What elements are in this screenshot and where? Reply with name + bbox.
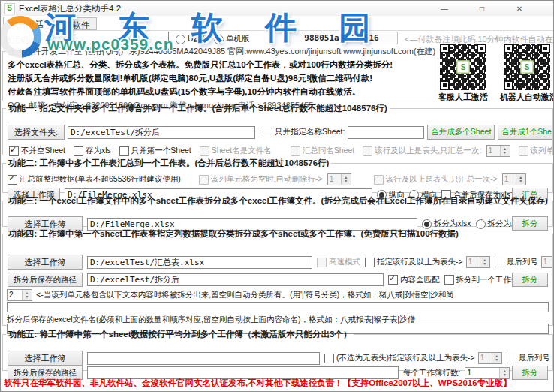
spinner-arrows-icon[interactable] [516, 174, 525, 185]
tab-software-activation[interactable]: 软件激活 [3, 17, 51, 31]
spinner-arrows-icon[interactable] [492, 353, 501, 363]
radio-circle-icon [214, 35, 224, 44]
spinner-value: 2 [8, 290, 22, 300]
func5-group: 功能五: 将工作簿中第一个sheet数据按行平均分到多个工作簿（未激活版本只能分… [2, 329, 553, 371]
func1-save-as-xls-label: 存为xls [86, 146, 111, 156]
func2-legend: 功能二: 工作簿中多个工作表汇总到一个工作表。(合并后总行数不能超过104857… [6, 158, 331, 169]
func2-header-once-checkbox[interactable]: 该行及以上是表头,只汇总一次-> [374, 174, 498, 185]
app-icon: S [4, 3, 15, 14]
func5-rows-per-workbook-label: 每个工作簿行数: [403, 368, 460, 378]
func1-merge-to-one-sheet-button[interactable]: 合并成1个Sheet [498, 125, 552, 140]
func4-save-path-input[interactable] [87, 273, 384, 286]
func1-named-sheet-input[interactable] [348, 126, 424, 139]
spinner-value: 1 [465, 368, 499, 378]
func1-sheet-name-is-filename-label: Sheet名是文件名 [212, 146, 272, 156]
func2-tidy-data-checkbox[interactable]: 汇总前整理数据(单表不超65536行时建议使用) [8, 174, 181, 185]
func1-delete-empty-row-checkbox[interactable]: 该列单元格为空时,自动删除行: [519, 146, 553, 156]
func1-legend: 功能一: 指定文件夹中多个工作簿合并到一个工作簿。(合并后单个Sheet总行数不… [6, 103, 390, 114]
spinner-arrows-icon[interactable] [480, 257, 489, 267]
func4-keywords-input[interactable] [7, 302, 549, 312]
func1-header-rows-spinner[interactable]: 1 [486, 145, 510, 157]
func1-merge-to-multi-sheet-button[interactable]: 合并成多个Sheet [427, 125, 495, 140]
qr-code-area: S 客服人工激活 S 机器人自动激活 [436, 44, 554, 103]
checkbox-icon [365, 258, 375, 267]
func3-split-xlsx-radio[interactable]: 拆分为xlsx [422, 219, 471, 229]
checkbox-icon [324, 354, 334, 363]
func5-last-col-checkbox[interactable]: 最后列号 [507, 353, 550, 363]
func4-last-col-checkbox[interactable]: 最后列号 [495, 257, 538, 267]
func4-header-rows-spinner[interactable]: 1 [466, 256, 490, 268]
func5-select-workbook-button[interactable]: 选择工作簿 [8, 351, 83, 366]
spinner-value: 1 [542, 257, 552, 267]
spinner-arrows-icon[interactable] [499, 368, 509, 378]
func1-only-named-sheet-checkbox[interactable]: 只并指定名称Sheet: [263, 127, 345, 137]
spinner-arrows-icon[interactable] [500, 146, 510, 156]
func4-fast-mode-checkbox[interactable]: 高速模式 [317, 257, 360, 267]
func4-header-rows-checkbox[interactable]: 指定该行及以上为表头-> [365, 257, 463, 267]
func1-header-once-label: 该行及以上是表头,只汇总一次: [375, 146, 481, 156]
func2-header-rows-spinner[interactable]: 1 [502, 173, 526, 185]
spinner-arrows-icon[interactable] [22, 290, 32, 300]
machine-code-field[interactable]: 988051a8add5516 [285, 32, 398, 44]
qr-finder-pattern [504, 80, 513, 90]
func5-workbook-path-input[interactable] [87, 352, 320, 365]
usb-version-radio[interactable]: U盘版 [176, 34, 209, 44]
func3-legend: 功能三: 一个excel工作簿文件中的多个sheet工作表拆分成多个excel工… [6, 195, 550, 207]
tab-company-software[interactable]: 金浚软件 [49, 17, 97, 30]
info-line-2: 注册版无合并或拆分数量限制!单机版(绑定电脑)80元,U盘版(绑定自备U盘)98… [8, 73, 433, 84]
minimize-button[interactable]: — [431, 1, 458, 16]
func4-save-path-button[interactable]: 拆分后保存的路径 [8, 273, 83, 287]
info-line-1: 多个excel表格汇总、分类、拆分成多个表格。免费版只汇总10个工作表，或对10… [8, 59, 433, 71]
checkbox-icon [119, 146, 129, 156]
func4-full-match-label: 内容全匹配 [400, 275, 440, 285]
checkbox-icon [8, 175, 17, 185]
func1-first-sheet-only-checkbox[interactable]: 只并第一个Sheet [119, 146, 191, 156]
spinner-arrows-icon[interactable] [341, 174, 351, 185]
func5-header-rows-label: (不选为无表头)指定该行及以上为表头-> [336, 353, 475, 363]
func1-folder-path-input[interactable] [68, 126, 255, 139]
func4-last-col-spinner[interactable]: 1 [541, 256, 552, 268]
spinner-value: 1 [328, 174, 341, 185]
qr-customer-service-cell: S 客服人工激活 [436, 44, 490, 103]
func4-legend: 功能四: 工作簿中第一个sheet工作表将指定列数据提取分类拆分成多个sheet… [6, 228, 461, 240]
func5-legend: 功能五: 将工作簿中第一个sheet数据按行平均分到多个工作簿（未激活版本只能分… [6, 329, 354, 340]
func4-full-match-checkbox[interactable]: 内容全匹配 [388, 275, 440, 285]
func4-workbook-path-input[interactable] [87, 256, 312, 269]
qr-finder-pattern [440, 44, 450, 53]
func4-split-button[interactable]: 拆分 [512, 273, 548, 287]
checkbox-icon [199, 175, 209, 185]
func1-header-once-checkbox[interactable]: 该行及以上是表头,只汇总一次: [363, 146, 481, 156]
func3-group: 功能三: 一个excel工作簿文件中的多个sheet工作表拆分成多个excel工… [2, 195, 553, 227]
func5-header-rows-spinner[interactable]: 1 [478, 352, 502, 364]
checkbox-icon [507, 354, 516, 363]
close-icon: ✕ [516, 5, 522, 13]
maximize-icon: □ [480, 5, 484, 13]
func2-delete-col-spinner[interactable]: 1 [327, 173, 351, 185]
func2-delete-empty-row-label: 该列单元格为空时,自动删除行-> [211, 174, 323, 185]
close-button[interactable]: ✕ [506, 1, 533, 16]
func1-first-sheet-only-label: 只并第一个Sheet [131, 146, 191, 156]
checkbox-icon [444, 275, 454, 285]
func1-sheet-name-is-filename-checkbox[interactable]: Sheet名是文件名 [200, 146, 272, 156]
func1-merge-same-name-sheet-checkbox[interactable]: 汇总同名Sheet [291, 146, 354, 156]
func1-select-folder-button[interactable]: 选择文件夹: [8, 125, 65, 140]
standalone-version-radio[interactable]: 单机版 [214, 34, 250, 44]
tab-strip-divider [1, 30, 553, 31]
func2-delete-empty-row-checkbox[interactable]: 该列单元格为空时,自动删除行-> [199, 174, 323, 185]
qr-code-robot-image: S [504, 44, 550, 90]
func2-header-once-label: 该行及以上是表头,只汇总一次-> [386, 174, 498, 185]
minimize-icon: — [441, 5, 448, 13]
func4-split-column-spinner[interactable]: 2 [7, 289, 32, 301]
func1-skip-empty-sheet-checkbox[interactable]: 不并空Sheet [9, 146, 65, 156]
maximize-button[interactable]: □ [468, 1, 495, 16]
checkbox-icon [9, 146, 19, 156]
func1-save-as-xls-checkbox[interactable]: 存为xls [74, 146, 111, 156]
func4-select-workbook-button[interactable]: 选择工作簿 [8, 255, 83, 270]
checkbox-icon [263, 128, 272, 137]
checkbox-icon [495, 258, 504, 267]
qr-finder-pattern [477, 44, 486, 53]
activation-code-label: 激活码: [4, 35, 31, 46]
func5-header-rows-checkbox[interactable]: (不选为无表头)指定该行及以上为表头-> [324, 353, 475, 363]
activation-code-input[interactable] [29, 32, 169, 44]
func5-split-button[interactable]: 拆分 [512, 366, 548, 380]
